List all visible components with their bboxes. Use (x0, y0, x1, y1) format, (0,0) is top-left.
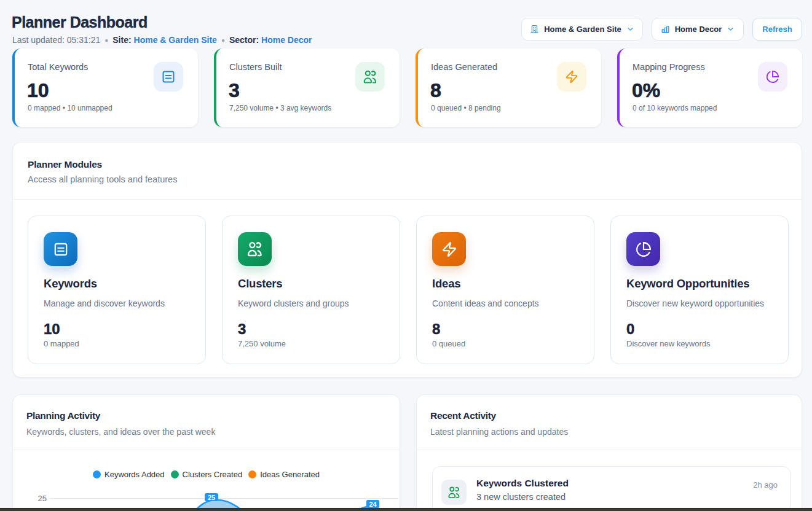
svg-text:25: 25 (38, 494, 47, 503)
svg-text:24: 24 (369, 501, 377, 508)
svg-text:25: 25 (208, 494, 215, 501)
